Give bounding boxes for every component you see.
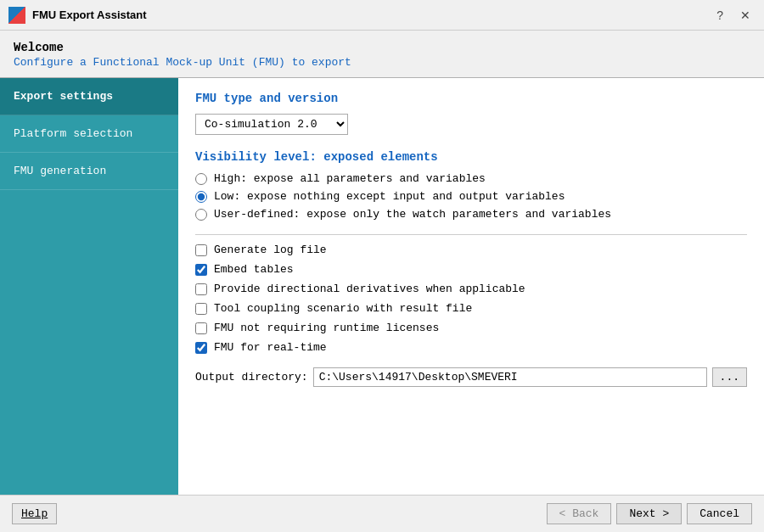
- checkbox-no-runtime-lic[interactable]: FMU not requiring runtime licenses: [195, 322, 747, 334]
- footer-left: Help: [12, 503, 57, 524]
- radio-user-defined-input[interactable]: [195, 209, 207, 221]
- sidebar: Export settings Platform selection FMU g…: [0, 78, 178, 495]
- help-icon-btn[interactable]: ?: [711, 7, 728, 24]
- output-dir-label: Output directory:: [195, 371, 308, 384]
- checkbox-directional-deriv[interactable]: Provide directional derivatives when app…: [195, 283, 747, 295]
- title-bar: FMU Export Assistant ? ✕: [0, 0, 764, 31]
- main-content: Export settings Platform selection FMU g…: [0, 78, 764, 495]
- checkbox-tool-coupling-label: Tool coupling scenario with result file: [214, 302, 472, 315]
- checkbox-gen-log[interactable]: Generate log file: [195, 244, 747, 256]
- radio-low[interactable]: Low: expose nothing except input and out…: [195, 190, 747, 203]
- checkbox-embed-tables[interactable]: Embed tables: [195, 263, 747, 276]
- radio-high-input[interactable]: [195, 173, 207, 185]
- visibility-title: Visibility level: exposed elements: [195, 150, 747, 164]
- footer: Help < Back Next > Cancel: [0, 495, 764, 532]
- fmu-type-section: FMU type and version Co-simulation 2.0 M…: [195, 92, 747, 150]
- visibility-radio-group: High: expose all parameters and variable…: [195, 172, 747, 221]
- radio-low-input[interactable]: [195, 191, 207, 203]
- checkbox-real-time[interactable]: FMU for real-time: [195, 341, 747, 354]
- sidebar-item-export-settings[interactable]: Export settings: [0, 78, 178, 115]
- checkbox-tool-coupling[interactable]: Tool coupling scenario with result file: [195, 302, 747, 315]
- cancel-button[interactable]: Cancel: [687, 503, 752, 524]
- fmu-type-select[interactable]: Co-simulation 2.0 Model Exchange 2.0 Co-…: [195, 114, 348, 135]
- divider: [195, 234, 747, 235]
- back-button[interactable]: < Back: [547, 503, 612, 524]
- title-bar-controls: ? ✕: [711, 7, 756, 24]
- checkbox-real-time-input[interactable]: [195, 342, 207, 354]
- next-button[interactable]: Next >: [616, 503, 682, 524]
- close-btn[interactable]: ✕: [735, 7, 756, 24]
- checkbox-directional-deriv-label: Provide directional derivatives when app…: [214, 283, 525, 295]
- radio-user-defined-label: User-defined: expose only the watch para…: [214, 208, 611, 221]
- checkbox-gen-log-input[interactable]: [195, 244, 207, 256]
- checkbox-embed-tables-input[interactable]: [195, 264, 207, 276]
- app-icon: [8, 7, 25, 24]
- welcome-subtitle: Configure a Functional Mock-up Unit (FMU…: [14, 56, 750, 69]
- welcome-title: Welcome: [14, 41, 750, 54]
- welcome-section: Welcome Configure a Functional Mock-up U…: [0, 31, 764, 78]
- output-dir-input[interactable]: [313, 367, 707, 387]
- checkbox-no-runtime-lic-label: FMU not requiring runtime licenses: [214, 322, 439, 334]
- window-title: FMU Export Assistant: [32, 8, 711, 21]
- output-dir-row: Output directory: ...: [195, 367, 747, 387]
- browse-button[interactable]: ...: [712, 367, 747, 387]
- checkbox-directional-deriv-input[interactable]: [195, 283, 207, 295]
- checkbox-no-runtime-lic-input[interactable]: [195, 322, 207, 334]
- radio-user-defined[interactable]: User-defined: expose only the watch para…: [195, 208, 747, 221]
- footer-right: < Back Next > Cancel: [547, 503, 752, 524]
- radio-high-label: High: expose all parameters and variable…: [214, 172, 486, 185]
- checkbox-group: Generate log file Embed tables Provide d…: [195, 244, 747, 354]
- checkbox-tool-coupling-input[interactable]: [195, 303, 207, 315]
- fmu-type-title: FMU type and version: [195, 92, 747, 105]
- checkbox-embed-tables-label: Embed tables: [214, 263, 294, 276]
- checkbox-gen-log-label: Generate log file: [214, 244, 327, 256]
- visibility-section: Visibility level: exposed elements High:…: [195, 150, 747, 221]
- content-panel: FMU type and version Co-simulation 2.0 M…: [178, 78, 764, 495]
- sidebar-item-platform-selection[interactable]: Platform selection: [0, 115, 178, 153]
- help-button[interactable]: Help: [12, 503, 57, 524]
- sidebar-item-fmu-generation[interactable]: FMU generation: [0, 153, 178, 190]
- radio-low-label: Low: expose nothing except input and out…: [214, 190, 565, 203]
- checkbox-real-time-label: FMU for real-time: [214, 341, 327, 354]
- radio-high[interactable]: High: expose all parameters and variable…: [195, 172, 747, 185]
